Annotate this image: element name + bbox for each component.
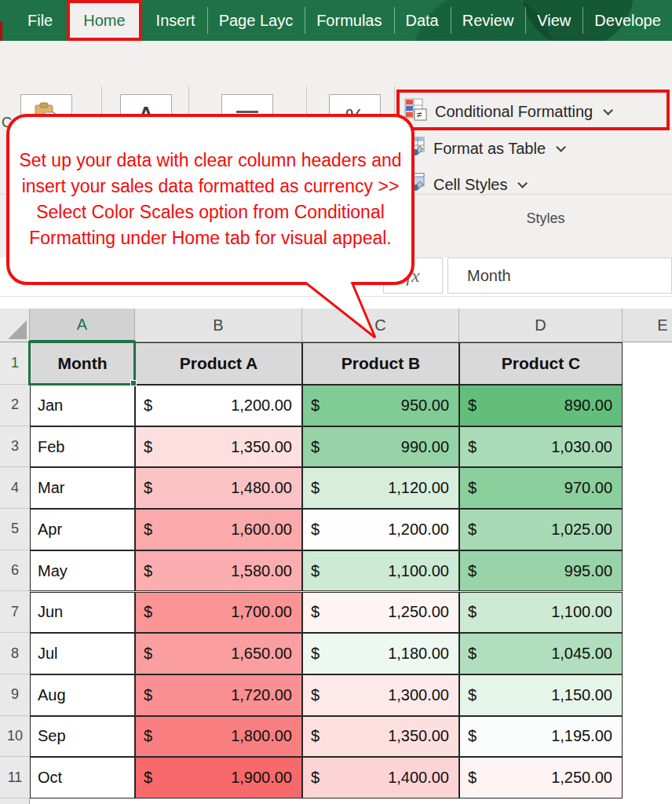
cell-C1[interactable]: Product B (302, 342, 459, 385)
cell-B2[interactable]: $1,200.00 (135, 385, 302, 426)
row-header-1[interactable]: 1 (0, 342, 30, 385)
cell-C9[interactable]: $1,300.00 (302, 674, 459, 716)
tab-review[interactable]: Review (451, 0, 526, 41)
cell-B10[interactable]: $1,800.00 (135, 716, 302, 758)
cell-B9[interactable]: $1,720.00 (135, 674, 302, 716)
cell-C4[interactable]: $1,120.00 (302, 467, 459, 509)
select-all-triangle-icon (8, 320, 27, 339)
cell-value: 1,250.00 (388, 603, 449, 621)
cell-A2[interactable]: Jan (30, 385, 135, 426)
row-header-3[interactable]: 3 (0, 426, 30, 468)
row-header-4[interactable]: 4 (0, 467, 30, 509)
cell-value: 1,350.00 (388, 727, 449, 745)
cell-value: 1,350.00 (231, 438, 292, 456)
currency-symbol: $ (468, 603, 477, 621)
cell-A8[interactable]: Jul (30, 633, 135, 674)
select-all-button[interactable] (0, 309, 30, 342)
currency-symbol: $ (311, 479, 320, 497)
tab-insert[interactable]: Insert (144, 0, 207, 41)
row-header-9[interactable]: 9 (0, 674, 30, 716)
cell-value: 1,100.00 (551, 603, 612, 621)
cell-C11[interactable]: $1,400.00 (302, 757, 459, 799)
cell-B1[interactable]: Product A (135, 342, 302, 385)
tab-home[interactable]: Home (67, 0, 141, 41)
cell-D2[interactable]: $890.00 (459, 385, 623, 426)
cell-value: 1,200.00 (388, 521, 449, 539)
currency-symbol: $ (144, 562, 152, 580)
cell-B8[interactable]: $1,650.00 (135, 633, 302, 674)
cell-D11[interactable]: $1,250.00 (459, 757, 623, 799)
cell-D5[interactable]: $1,025.00 (459, 509, 623, 550)
cell-C3[interactable]: $990.00 (302, 426, 459, 468)
currency-symbol: $ (144, 521, 152, 539)
cell-C8[interactable]: $1,180.00 (302, 633, 459, 674)
row-header-7[interactable]: 7 (0, 592, 30, 634)
row-header-6[interactable]: 6 (0, 550, 30, 592)
cell-B6[interactable]: $1,580.00 (135, 550, 302, 592)
cell-A6[interactable]: May (30, 550, 135, 592)
cell-B11[interactable]: $1,900.00 (135, 757, 302, 799)
tab-data[interactable]: Data (394, 0, 451, 41)
cell-D3[interactable]: $1,030.00 (459, 426, 623, 468)
cell-D8[interactable]: $1,045.00 (459, 633, 623, 674)
tab-formulas[interactable]: Formulas (305, 0, 393, 41)
column-header-B[interactable]: B (135, 309, 302, 342)
chevron-down-icon (556, 142, 566, 152)
cell-C10[interactable]: $1,350.00 (302, 716, 459, 758)
cell-C6[interactable]: $1,100.00 (302, 550, 459, 592)
row-header-11[interactable]: 11 (0, 757, 30, 799)
column-header-E[interactable]: E (623, 309, 672, 342)
tab-view[interactable]: View (525, 0, 583, 41)
currency-symbol: $ (468, 397, 477, 415)
cell-A11[interactable]: Oct (30, 757, 135, 799)
cell-D9[interactable]: $1,150.00 (459, 674, 623, 716)
cell-C5[interactable]: $1,200.00 (302, 509, 459, 550)
column-header-D[interactable]: D (459, 309, 623, 342)
tab-developer[interactable]: Develope (583, 0, 672, 41)
cell-value: 1,030.00 (551, 438, 612, 456)
cell-C2[interactable]: $950.00 (302, 385, 459, 426)
cell-C7[interactable]: $1,250.00 (302, 592, 459, 634)
currency-symbol: $ (468, 769, 477, 787)
cell-value: 1,195.00 (551, 727, 612, 745)
currency-symbol: $ (311, 438, 320, 456)
cell-A1[interactable]: Month (30, 342, 135, 385)
formula-bar[interactable]: Month (447, 258, 672, 294)
cell-A10[interactable]: Sep (30, 716, 135, 758)
row-header-2[interactable]: 2 (0, 385, 30, 426)
cell-A5[interactable]: Apr (30, 509, 135, 550)
cell-value: 1,720.00 (231, 686, 292, 704)
cell-A4[interactable]: Mar (30, 467, 135, 509)
tab-page-layout[interactable]: Page Layc (207, 0, 305, 41)
column-header-A[interactable]: A (30, 309, 135, 342)
currency-symbol: $ (468, 521, 477, 539)
cell-B7[interactable]: $1,700.00 (135, 592, 302, 634)
cell-D4[interactable]: $970.00 (459, 467, 623, 509)
row-header-8[interactable]: 8 (0, 633, 30, 674)
currency-symbol: $ (468, 562, 477, 580)
cell-A3[interactable]: Feb (30, 426, 135, 468)
row-header-5[interactable]: 5 (0, 509, 30, 550)
cell-D1[interactable]: Product C (459, 342, 623, 385)
cell-B5[interactable]: $1,600.00 (135, 509, 302, 550)
cell-D10[interactable]: $1,195.00 (459, 716, 623, 758)
cell-D6[interactable]: $995.00 (459, 550, 623, 592)
cell-A7[interactable]: Jun (30, 592, 135, 634)
row-header-10[interactable]: 10 (0, 716, 30, 758)
cell-A9[interactable]: Aug (30, 674, 135, 716)
format-as-table-button[interactable]: Format as Table (404, 137, 563, 160)
currency-symbol: $ (468, 686, 477, 704)
currency-symbol: $ (144, 645, 152, 663)
cell-B4[interactable]: $1,480.00 (135, 467, 302, 509)
currency-symbol: $ (311, 562, 320, 580)
currency-symbol: $ (468, 727, 477, 745)
cell-value: 1,300.00 (388, 686, 449, 704)
cell-styles-button[interactable]: Cell Styles (404, 173, 524, 196)
cell-value: 950.00 (401, 397, 449, 415)
cell-D7[interactable]: $1,100.00 (459, 592, 623, 634)
cell-value: 1,200.00 (231, 397, 292, 415)
currency-symbol: $ (144, 769, 152, 787)
tab-file[interactable]: File (16, 0, 64, 41)
cell-B3[interactable]: $1,350.00 (135, 426, 302, 468)
cell-value: 990.00 (401, 438, 449, 456)
